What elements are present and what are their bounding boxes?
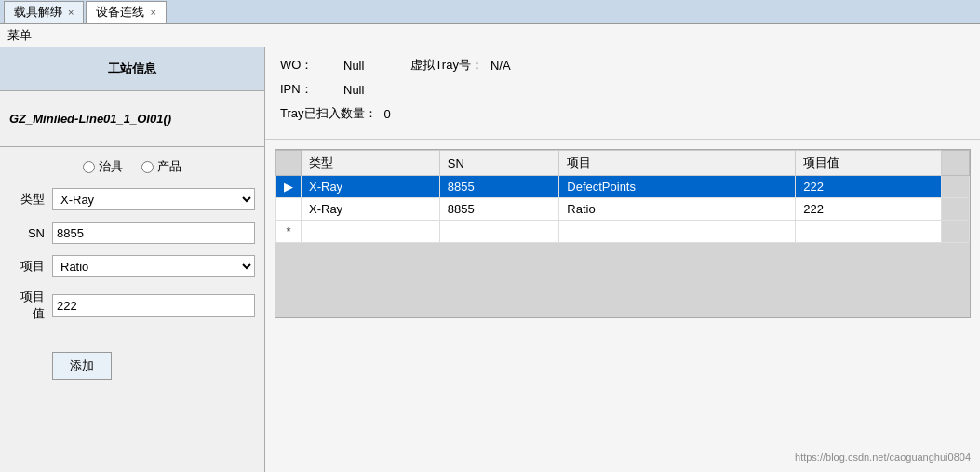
new-row-indicator: * <box>276 221 302 243</box>
item-value-input[interactable] <box>52 294 255 317</box>
ipn-label: IPN： <box>280 81 336 98</box>
station-info-header: 工站信息 <box>0 47 264 91</box>
tray-scanned-row: Tray已扫入数量： 0 <box>280 105 965 122</box>
tab-device-connection[interactable]: 设备连线 × <box>86 1 166 23</box>
right-panel: WO： Null 虚拟Tray号： N/A IPN： Null Tray已扫入数… <box>265 47 980 472</box>
table-area: 类型 SN 项目 项目值 ▶ X-Ray 8855 DefectPoints <box>265 140 980 472</box>
info-section: WO： Null 虚拟Tray号： N/A IPN： Null Tray已扫入数… <box>265 47 980 140</box>
cell-item: Ratio <box>559 198 796 221</box>
sn-label: SN <box>9 226 45 240</box>
tab-close-icon[interactable]: × <box>150 7 155 18</box>
table-new-row[interactable]: * <box>276 221 970 243</box>
col-sn: SN <box>439 151 559 176</box>
data-table: 类型 SN 项目 项目值 ▶ X-Ray 8855 DefectPoints <box>275 150 970 243</box>
form-row-item-value: 项目值 <box>9 289 255 322</box>
cell-sn: 8855 <box>439 176 559 198</box>
table-header-row: 类型 SN 项目 项目值 <box>276 151 970 176</box>
ipn-value: Null <box>343 83 364 97</box>
item-label: 项目 <box>9 258 45 275</box>
tab-label: 载具解绑 <box>14 4 62 20</box>
virtual-tray-value: N/A <box>490 59 511 73</box>
col-item-value: 项目值 <box>796 151 942 176</box>
cell-item: DefectPoints <box>559 176 796 198</box>
cell-type: X-Ray <box>302 176 440 198</box>
cell-sn: 8855 <box>439 198 559 221</box>
wo-value: Null <box>343 59 364 73</box>
form-row-type: 类型 X-Ray <box>9 188 255 210</box>
watermark: https://blog.csdn.net/caoguanghui0804 <box>795 452 971 463</box>
left-panel: 工站信息 GZ_Miniled-Line01_1_OI01() 治具 产品 类型… <box>0 47 265 472</box>
sn-input[interactable] <box>52 222 255 244</box>
data-table-wrapper: 类型 SN 项目 项目值 ▶ X-Ray 8855 DefectPoints <box>275 149 971 318</box>
virtual-tray-label: 虚拟Tray号： <box>410 57 483 74</box>
type-select[interactable]: X-Ray <box>52 188 255 210</box>
cell-sn-empty <box>439 221 559 243</box>
tab-bar: 载具解绑 × 设备连线 × <box>0 0 980 24</box>
tab-label: 设备连线 <box>96 4 144 20</box>
radio-fixture-label: 治具 <box>99 158 123 175</box>
radio-fixture-input[interactable] <box>83 161 95 173</box>
radio-fixture[interactable]: 治具 <box>83 158 123 175</box>
tab-carrier-unbind[interactable]: 载具解绑 × <box>4 1 84 23</box>
cell-item-value-empty <box>796 221 942 243</box>
col-type: 类型 <box>302 151 440 176</box>
add-button[interactable]: 添加 <box>52 352 112 380</box>
tray-scanned-value: 0 <box>384 107 391 121</box>
radio-product-label: 产品 <box>157 158 181 175</box>
tab-close-icon[interactable]: × <box>68 7 74 18</box>
station-name: GZ_Miniled-Line01_1_OI01() <box>0 91 264 147</box>
cell-type-empty <box>302 221 440 243</box>
col-extra <box>942 151 970 176</box>
radio-product[interactable]: 产品 <box>141 158 181 175</box>
wo-label: WO： <box>280 57 336 74</box>
menu-bar[interactable]: 菜单 <box>0 24 980 47</box>
form-row-item: 项目 Ratio <box>9 255 255 277</box>
radio-group: 治具 产品 <box>9 158 255 175</box>
cell-extra <box>942 176 970 198</box>
empty-area <box>275 243 970 317</box>
wo-row: WO： Null <box>280 57 364 74</box>
cell-item-empty <box>559 221 796 243</box>
col-item: 项目 <box>559 151 796 176</box>
ipn-row: IPN： Null <box>280 81 965 98</box>
cell-type: X-Ray <box>302 198 440 221</box>
cell-item-value: 222 <box>796 176 942 198</box>
form-section: 治具 产品 类型 X-Ray SN 项目 Ratio <box>0 147 264 472</box>
info-row-top: WO： Null 虚拟Tray号： N/A <box>280 57 965 81</box>
cell-extra <box>942 198 970 221</box>
menu-label[interactable]: 菜单 <box>7 28 32 42</box>
header-indicator <box>276 151 302 176</box>
form-row-sn: SN <box>9 222 255 244</box>
table-row[interactable]: X-Ray 8855 Ratio 222 <box>276 198 970 221</box>
cell-extra-empty <box>942 221 970 243</box>
main-container: 工站信息 GZ_Miniled-Line01_1_OI01() 治具 产品 类型… <box>0 47 980 472</box>
type-label: 类型 <box>9 191 45 208</box>
tray-scanned-label: Tray已扫入数量： <box>280 105 377 122</box>
radio-product-input[interactable] <box>141 161 154 173</box>
table-row[interactable]: ▶ X-Ray 8855 DefectPoints 222 <box>276 176 970 198</box>
virtual-tray-row: 虚拟Tray号： N/A <box>410 57 510 74</box>
item-select[interactable]: Ratio <box>52 255 255 277</box>
item-value-label: 项目值 <box>9 289 45 322</box>
cell-item-value: 222 <box>796 198 942 221</box>
row-indicator: ▶ <box>276 176 302 198</box>
row-indicator <box>276 198 302 221</box>
